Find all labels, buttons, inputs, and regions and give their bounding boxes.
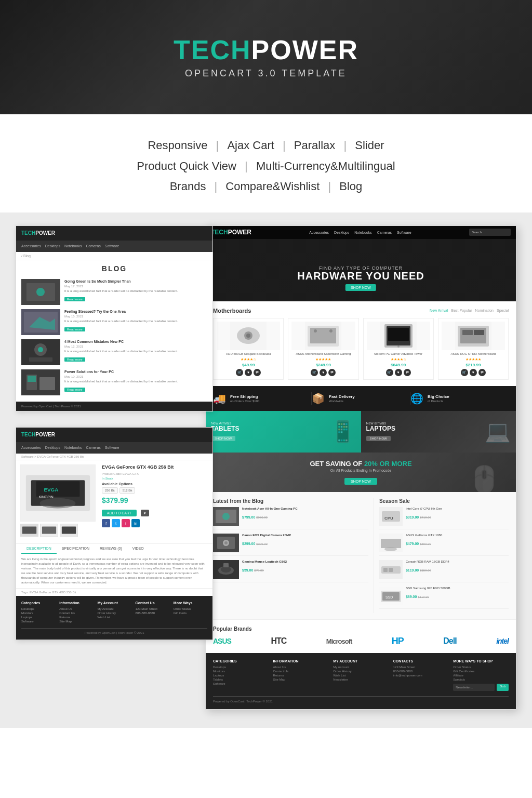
- prod-tab-video[interactable]: VIDEO: [127, 544, 149, 554]
- prod-option-512[interactable]: 512 Bit: [119, 487, 136, 494]
- season-item-oldprice-3: $159.00: [420, 569, 431, 572]
- prod-footer-cols: Categories Desktops Monitors Laptops Sof…: [21, 601, 207, 624]
- sale-btn[interactable]: SHOP NOW: [344, 478, 377, 485]
- prod-thumb-3[interactable]: [60, 524, 78, 537]
- main-nav-desktops[interactable]: Desktops: [334, 231, 349, 234]
- main-footer-link[interactable]: Gift Certificates: [453, 670, 509, 673]
- product-wish-btn-3[interactable]: ♥: [395, 369, 402, 376]
- prod-tab-reviews[interactable]: REVIEWS (0): [95, 544, 127, 554]
- prod-nav: Accessories Desktops Notebooks Cameras S…: [16, 442, 212, 454]
- newsletter-btn[interactable]: Sub: [497, 684, 509, 691]
- prod-footer-link[interactable]: Laptops: [21, 616, 55, 619]
- main-nav-software[interactable]: Software: [397, 231, 411, 234]
- brand-intel[interactable]: intel: [496, 637, 509, 645]
- product-cart-btn-3[interactable]: 🛒: [386, 369, 393, 376]
- prod-footer-link[interactable]: Gift Certs: [174, 611, 207, 615]
- product-wish-btn-2[interactable]: ♥: [320, 369, 327, 376]
- newsletter-input[interactable]: Newsletter...: [453, 684, 495, 691]
- main-nav-accessories[interactable]: Accessories: [309, 231, 329, 234]
- product-cart-btn-1[interactable]: 🛒: [236, 369, 243, 376]
- main-footer-link[interactable]: Monitors: [213, 670, 268, 673]
- blog-nav-accessories[interactable]: Accessories: [21, 244, 41, 248]
- prod-nav-desktops[interactable]: Desktops: [45, 446, 60, 449]
- prod-footer-link[interactable]: Desktops: [21, 607, 55, 610]
- products-tab-special[interactable]: Special: [497, 309, 509, 312]
- brand-dell[interactable]: Dell: [443, 636, 456, 646]
- prod-share-twitter[interactable]: t: [112, 519, 120, 527]
- main-footer-link[interactable]: Order History: [333, 670, 388, 673]
- blog-nav-cameras[interactable]: Cameras: [86, 244, 100, 248]
- main-search-box[interactable]: Search: [469, 229, 511, 236]
- main-footer-link[interactable]: Desktops: [213, 666, 268, 669]
- product-cart-btn-4[interactable]: 🛒: [461, 369, 468, 376]
- main-footer-link[interactable]: My Account: [333, 666, 388, 669]
- brand-hp[interactable]: HP: [392, 636, 404, 647]
- prod-share-instagram[interactable]: i: [122, 519, 130, 527]
- prod-footer-link[interactable]: Monitors: [21, 611, 55, 615]
- prod-footer-link[interactable]: Software: [21, 620, 55, 623]
- main-footer-link[interactable]: Tablets: [213, 678, 268, 681]
- prod-footer-link[interactable]: Order History: [97, 611, 131, 615]
- blog-read-more-2[interactable]: Read more: [64, 327, 85, 331]
- prod-tab-description[interactable]: DESCRIPTION: [21, 544, 57, 554]
- blog-nav-desktops[interactable]: Desktops: [45, 244, 60, 248]
- products-tab-popular[interactable]: Best Popular: [451, 309, 472, 312]
- feature-responsive: Responsive: [148, 139, 207, 152]
- brand-microsoft[interactable]: Microsoft: [326, 637, 352, 645]
- main-footer-link[interactable]: Order Status: [453, 666, 509, 669]
- main-footer-link[interactable]: Newsletter: [333, 678, 388, 681]
- prod-footer-link[interactable]: Wish List: [97, 616, 131, 619]
- prod-nav-accessories[interactable]: Accessories: [21, 446, 41, 449]
- product-wish-btn-1[interactable]: ♥: [245, 369, 252, 376]
- prod-nav-cameras[interactable]: Cameras: [86, 446, 100, 449]
- products-grid: HDD 500GB Seagate Barracuda ★★★★☆ $49.99…: [213, 318, 509, 380]
- main-footer-link[interactable]: Specials: [453, 678, 509, 681]
- prod-tab-specification[interactable]: SPECIFICATION: [57, 544, 95, 554]
- main-footer-link[interactable]: Laptops: [213, 674, 268, 677]
- blog-read-more-3[interactable]: Read more: [64, 357, 85, 362]
- prod-footer-link[interactable]: My Account: [97, 607, 131, 610]
- main-footer-link[interactable]: Site Map: [273, 678, 328, 681]
- promo-tablets-btn[interactable]: SHOP NOW: [211, 436, 235, 441]
- main-footer-link[interactable]: About Us: [273, 666, 328, 669]
- prod-share-linkedin[interactable]: in: [131, 519, 140, 527]
- blog-item-title-1: Notebook Acer All-In-One Gaming PC: [242, 507, 368, 511]
- product-compare-btn-2[interactable]: ⇄: [328, 369, 336, 376]
- product-compare-btn-3[interactable]: ⇄: [404, 369, 411, 376]
- main-nav-cameras[interactable]: Cameras: [377, 231, 392, 234]
- blog-nav-software[interactable]: Software: [105, 244, 119, 248]
- main-footer-link[interactable]: Software: [213, 682, 268, 685]
- main-footer-link[interactable]: Returns: [273, 674, 328, 677]
- prod-footer-link[interactable]: Contact Us: [59, 611, 93, 615]
- blog-nav-notebooks[interactable]: Notebooks: [64, 244, 82, 248]
- main-footer-link[interactable]: Wish List: [333, 674, 388, 677]
- main-nav-notebooks[interactable]: Notebooks: [354, 231, 371, 234]
- prod-option-256[interactable]: 256 Bit: [102, 487, 118, 494]
- prod-thumb-2[interactable]: [40, 524, 58, 537]
- blog-post-desc-3: It is a long established fact that a rea…: [64, 349, 207, 353]
- product-cart-btn-2[interactable]: 🛒: [311, 369, 318, 376]
- brand-asus[interactable]: ASUS: [213, 637, 231, 645]
- hero-shop-now-btn[interactable]: SHOP NOW: [345, 284, 376, 291]
- prod-footer-link[interactable]: Returns: [59, 616, 93, 619]
- main-footer-link[interactable]: Affiliate: [453, 674, 509, 677]
- product-compare-btn-1[interactable]: ⇄: [254, 369, 261, 376]
- prod-nav-notebooks[interactable]: Notebooks: [64, 446, 82, 449]
- prod-thumb-1[interactable]: [20, 524, 38, 537]
- prod-footer-link[interactable]: Order Status: [174, 607, 207, 610]
- prod-footer-link[interactable]: Site Map: [59, 620, 93, 623]
- blog-read-more-4[interactable]: Read more: [64, 388, 85, 392]
- promo-laptops-btn[interactable]: SHOP NOW: [366, 436, 391, 441]
- product-wish-btn-4[interactable]: ♥: [470, 369, 477, 376]
- prod-footer-link[interactable]: About Us: [59, 607, 93, 610]
- prod-add-cart-btn[interactable]: ADD TO CART: [102, 510, 137, 516]
- brand-htc[interactable]: HTC: [271, 636, 286, 646]
- product-compare-btn-4[interactable]: ⇄: [478, 369, 486, 376]
- blog-read-more-1[interactable]: Read more: [64, 297, 85, 301]
- main-footer-link[interactable]: Contact Us: [273, 670, 328, 673]
- products-tab-nomination[interactable]: Nomination: [475, 309, 494, 312]
- prod-nav-software[interactable]: Software: [105, 446, 119, 449]
- prod-share-facebook[interactable]: f: [102, 519, 110, 527]
- products-tab-new[interactable]: New Arrival: [430, 309, 448, 312]
- prod-wishlist-btn[interactable]: ♥: [141, 510, 149, 516]
